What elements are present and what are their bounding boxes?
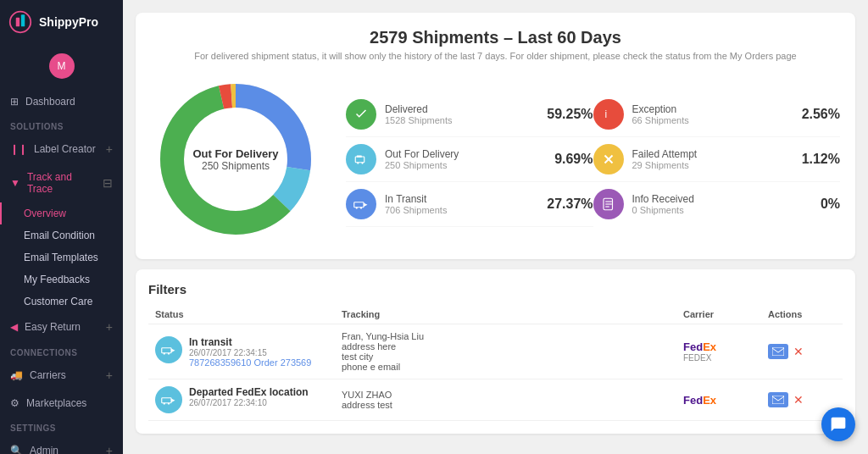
carriers-expand-icon[interactable]: + [106,368,113,382]
failed-icon [593,144,624,174]
row-date-1: 26/07/2017 22:34:15 [189,348,311,357]
donut-center: Out For Delivery 250 Shipments [192,147,278,172]
solutions-section-label: SOLUTIONS [0,115,123,135]
inforeceived-icon [593,189,624,219]
easy-return-label: Easy Return [25,321,81,333]
intransit-info: In Transit 706 Shipments [385,193,538,215]
outfordelivery-icon [346,144,376,174]
sidebar-item-email-condition[interactable]: Email Condition [0,224,123,246]
marketplaces-icon: ⚙ [10,397,19,409]
chart-area: Out For Delivery 250 Shipments Delivered… [151,75,840,244]
delete-action-1[interactable]: ✕ [793,345,804,358]
inforeceived-pct: 0% [793,197,840,212]
row-date-2: 26/07/2017 22:34:10 [189,398,309,407]
sidebar-item-label-creator[interactable]: ❙❙ Label Creator + [0,135,123,163]
stat-row-outfordelivery: Out For Delivery 250 Shipments 9.69% [346,137,593,182]
inforeceived-shipments: 0 Shipments [632,205,786,215]
svg-marker-31 [171,399,175,403]
delete-action-2[interactable]: ✕ [793,393,804,407]
my-feedbacks-label: My Feedbacks [24,274,90,285]
sidebar-item-track-trace[interactable]: ▼ Track and Trace ⊟ [0,163,123,202]
stat-row-info-received: Info Received 0 Shipments 0% [593,182,841,227]
email-action-1[interactable] [768,344,788,359]
email-condition-label: Email Condition [24,230,95,241]
track-trace-arrow-icon: ▼ [10,177,20,189]
card-subtitle: For delivered shipment status, it will s… [151,51,840,61]
stat-row-failed: Failed Attempt 29 Shipments 1.12% [593,137,841,182]
sidebar-item-overview[interactable]: Overview [0,202,123,224]
sidebar-item-marketplaces[interactable]: ⚙ Marketplaces [0,390,123,417]
svg-point-0 [10,12,31,33]
carriers-icon: 🚚 [10,369,23,381]
content-area: 2579 Shipments – Last 60 Days For delive… [123,0,868,454]
inforeceived-label: Info Received [632,193,786,205]
settings-section-label: SETTINGS [0,417,123,436]
row-status-1: In transit 26/07/2017 22:34:15 787268359… [155,336,342,368]
carrier-sub-1: FEDEX [683,353,768,363]
easy-return-expand-icon[interactable]: + [106,320,113,334]
row-status-label-1: In transit [189,336,311,348]
inforeceived-info: Info Received 0 Shipments [632,193,786,215]
svg-point-14 [361,162,363,163]
svg-point-32 [164,402,165,404]
row-status-2: Departed FedEx location 26/07/2017 22:34… [155,386,342,413]
failed-info: Failed Attempt 29 Shipments [632,148,786,170]
sidebar-item-customer-care[interactable]: Customer Care [0,291,123,313]
track-trace-label: Track and Trace [27,171,96,195]
col-actions: Actions [768,309,836,319]
intransit-pct: 27.37% [547,197,593,212]
svg-point-28 [168,352,170,354]
admin-expand-icon[interactable]: + [106,444,113,454]
shippypro-logo-icon [8,10,32,34]
intransit-icon [346,189,376,219]
col-tracking: Tracking [342,309,683,319]
connections-section-label: CONNECTIONS [0,341,123,361]
label-creator-icon: ❙❙ [10,143,27,155]
svg-rect-11 [355,157,364,163]
svg-point-19 [356,207,358,208]
easy-return-arrow-icon: ◀ [10,321,18,333]
admin-label: Admin [30,445,58,454]
donut-center-sub: 250 Shipments [192,160,278,172]
row-actions-1: ✕ [768,344,836,359]
row-status-text-2: Departed FedEx location 26/07/2017 22:34… [189,386,309,407]
outfordelivery-label: Out For Delivery [385,148,538,160]
chat-bubble[interactable] [821,407,855,441]
row-carrier-2: FedEx [683,394,768,407]
label-creator-label: Label Creator [34,143,96,155]
sidebar-item-admin[interactable]: 🔍 Admin + [0,436,123,454]
row-order-1[interactable]: 787268359610 Order 273569 [189,357,311,368]
svg-rect-12 [357,155,362,157]
svg-rect-34 [772,396,784,404]
svg-marker-26 [171,348,175,352]
dashboard-label: Dashboard [25,96,75,108]
svg-point-13 [357,162,359,163]
svg-rect-2 [21,14,25,26]
sidebar-item-dashboard[interactable]: ⊞ Dashboard [0,88,123,115]
donut-center-title: Out For Delivery [192,147,278,160]
row-status-label-2: Departed FedEx location [189,386,309,398]
outfordelivery-shipments: 250 Shipments [385,160,538,170]
sidebar-item-email-templates[interactable]: Email Templates [0,246,123,269]
sidebar-item-my-feedbacks[interactable]: My Feedbacks [0,269,123,291]
sidebar-item-carriers[interactable]: 🚚 Carriers + [0,361,123,390]
svg-rect-29 [772,347,784,356]
exception-pct: 2.56% [793,107,840,122]
sidebar: ShippyPro M ⊞ Dashboard SOLUTIONS ❙❙ Lab… [0,0,123,454]
sidebar-item-easy-return[interactable]: ◀ Easy Return + [0,313,123,341]
exception-label: Exception [632,103,786,115]
main-content: 2579 Shipments – Last 60 Days For delive… [123,0,868,454]
row-icon-1 [155,336,182,363]
carriers-label: Carriers [30,369,66,381]
row-tracking-2: YUXI ZHAO address test [342,390,683,410]
email-action-2[interactable] [768,392,788,407]
label-creator-expand-icon[interactable]: + [106,142,113,156]
failed-shipments: 29 Shipments [632,160,786,170]
user-avatar: M [49,53,75,79]
row-carrier-1: FedEx FEDEX [683,340,768,363]
svg-point-33 [168,402,170,404]
table-row-2: Departed FedEx location 26/07/2017 22:34… [148,379,843,421]
track-trace-expand-icon[interactable]: ⊟ [103,176,113,190]
intransit-shipments: 706 Shipments [385,205,538,215]
svg-rect-30 [162,398,171,403]
